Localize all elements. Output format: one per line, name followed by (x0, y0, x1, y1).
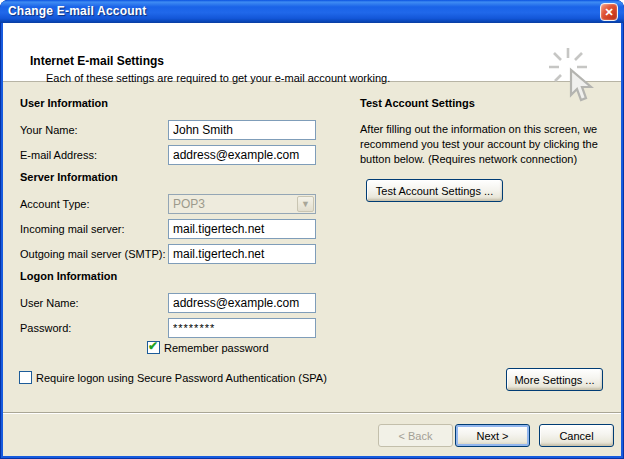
your-name-input[interactable] (168, 120, 316, 140)
title-bar[interactable]: Change E-mail Account ✕ (0, 0, 624, 23)
user-name-label: User Name: (20, 297, 79, 309)
test-account-settings-heading: Test Account Settings (360, 97, 475, 109)
your-name-label: Your Name: (20, 124, 78, 136)
account-type-value: POP3 (173, 197, 205, 211)
user-information-heading: User Information (20, 97, 108, 109)
next-button[interactable]: Next > (455, 424, 530, 447)
account-type-dropdown: POP3 ▼ (168, 194, 316, 214)
spa-checkbox[interactable] (19, 371, 32, 384)
remember-password-label[interactable]: Remember password (164, 342, 269, 354)
account-type-label: Account Type: (20, 198, 90, 210)
cursor-click-icon (547, 47, 609, 103)
test-account-settings-button[interactable]: Test Account Settings ... (366, 179, 503, 202)
test-account-settings-description: After filling out the information on thi… (360, 122, 618, 167)
server-information-heading: Server Information (20, 171, 118, 183)
email-address-input[interactable] (168, 145, 316, 165)
logon-information-heading: Logon Information (20, 270, 117, 282)
chevron-down-icon: ▼ (297, 196, 314, 212)
header-title: Internet E-mail Settings (30, 54, 164, 68)
window-title: Change E-mail Account (8, 4, 146, 18)
outgoing-server-input[interactable] (168, 244, 316, 264)
back-button: < Back (378, 424, 453, 447)
outgoing-server-label: Outgoing mail server (SMTP): (20, 248, 165, 260)
spa-checkbox-label[interactable]: Require logon using Secure Password Auth… (36, 372, 327, 384)
dialog-header: Internet E-mail Settings Each of these s… (3, 23, 621, 82)
incoming-server-label: Incoming mail server: (20, 223, 125, 235)
more-settings-button[interactable]: More Settings ... (506, 368, 603, 391)
email-address-label: E-mail Address: (20, 149, 97, 161)
user-name-input[interactable] (168, 293, 316, 313)
check-icon: ✔ (148, 340, 158, 353)
change-email-account-dialog: Change E-mail Account ✕ Internet E-mail … (0, 0, 624, 459)
remember-password-checkbox[interactable]: ✔ (147, 341, 160, 354)
password-input[interactable] (168, 318, 316, 338)
dialog-body (3, 23, 621, 456)
close-icon[interactable]: ✕ (600, 3, 618, 21)
incoming-server-input[interactable] (168, 219, 316, 239)
header-subtitle: Each of these settings are required to g… (46, 72, 390, 84)
bottom-divider (3, 412, 621, 414)
password-label: Password: (20, 322, 71, 334)
cancel-button[interactable]: Cancel (539, 424, 614, 447)
